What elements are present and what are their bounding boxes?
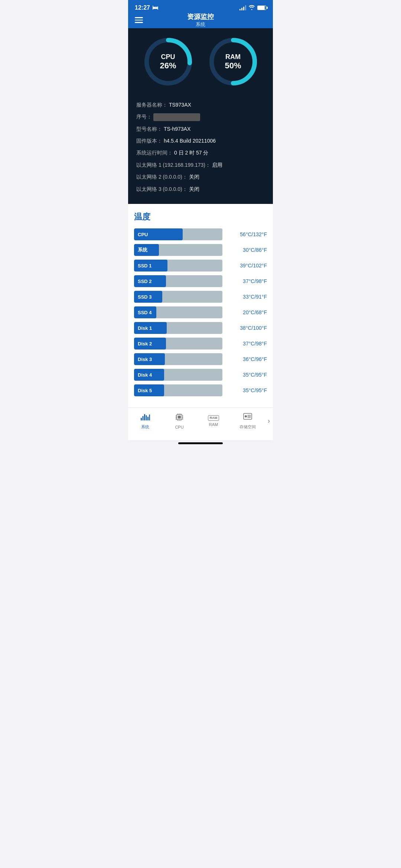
- temp-title: 温度: [134, 211, 267, 222]
- temp-bar-container: SSD 1: [134, 260, 222, 272]
- ram-text: RAM 50%: [225, 53, 241, 70]
- temp-value: 30°C/86°F: [226, 247, 267, 253]
- temp-value: 35°C/95°F: [226, 387, 267, 393]
- temp-row: CPU56°C/132°F: [134, 228, 267, 240]
- temp-value: 36°C/96°F: [226, 356, 267, 362]
- ram-box-icon: RAM: [208, 415, 219, 421]
- status-time: 12:27 🛏: [135, 4, 158, 11]
- tab-storage-label: 存储空间: [239, 424, 256, 430]
- serial-label: 序号：: [136, 114, 152, 120]
- temp-bar-label: SSD 1: [134, 260, 167, 272]
- cpu-text: CPU 26%: [160, 53, 176, 70]
- info-section: 服务器名称： TS973AX 序号： ████████████ 型号名称： TS…: [128, 99, 273, 204]
- temp-value: 37°C/98°F: [226, 341, 267, 347]
- eth2-row: 以太网络 2 (0.0.0.0)： 关闭: [136, 171, 265, 183]
- model-label: 型号名称：: [136, 126, 162, 132]
- temp-bar-container: SSD 4: [134, 306, 222, 318]
- uptime-label: 系统运行时间：: [136, 150, 173, 156]
- temp-row: 系统30°C/86°F: [134, 244, 267, 256]
- bedtime-icon: 🛏: [152, 4, 158, 11]
- temp-value: 35°C/95°F: [226, 372, 267, 378]
- temp-value: 56°C/132°F: [226, 231, 267, 237]
- svg-rect-11: [178, 416, 181, 419]
- svg-rect-5: [143, 416, 144, 420]
- temp-bar-label: 系统: [134, 244, 159, 256]
- temp-bar-container: CPU: [134, 228, 222, 240]
- temp-value: 39°C/102°F: [226, 263, 267, 269]
- temp-row: SSD 420°C/68°F: [134, 306, 267, 318]
- time-display: 12:27: [135, 4, 150, 11]
- gauges-section: CPU 26% RAM 50%: [128, 28, 273, 99]
- temp-bar-label: Disk 3: [134, 353, 165, 365]
- serial-row: 序号： ████████████: [136, 111, 265, 123]
- uptime-value: 0 日 2 时 57 分: [174, 150, 209, 156]
- firmware-row: 固件版本： h4.5.4 Build 20211006: [136, 135, 265, 147]
- cpu-label: CPU: [160, 53, 176, 61]
- svg-rect-8: [147, 417, 149, 420]
- server-name-value: TS973AX: [169, 102, 191, 108]
- temp-bar-container: Disk 2: [134, 338, 222, 350]
- model-value: TS-h973AX: [164, 126, 190, 132]
- temp-bar-label: SSD 4: [134, 306, 156, 318]
- temp-bar-container: 系统: [134, 244, 222, 256]
- system-icon: [140, 412, 150, 423]
- menu-button[interactable]: [135, 17, 143, 23]
- temp-rows-container: CPU56°C/132°F系统30°C/86°FSSD 139°C/102°FS…: [134, 228, 267, 396]
- signal-icon: [239, 5, 246, 10]
- svg-rect-7: [146, 415, 147, 420]
- status-icons: [239, 5, 266, 11]
- svg-rect-6: [144, 414, 145, 420]
- tab-cpu[interactable]: CPU: [162, 412, 196, 431]
- tab-ram[interactable]: RAM RAM: [196, 414, 231, 428]
- wifi-icon: [248, 5, 255, 11]
- temp-bar-container: Disk 1: [134, 322, 222, 334]
- serial-value: ████████████: [153, 113, 200, 121]
- ram-gauge: RAM 50%: [207, 36, 259, 88]
- temp-bar-container: Disk 3: [134, 353, 222, 365]
- tab-ram-label: RAM: [209, 422, 218, 427]
- temp-row: Disk 336°C/96°F: [134, 353, 267, 365]
- home-indicator: [178, 442, 223, 444]
- ram-tab-icon: RAM: [208, 415, 219, 421]
- temp-value: 33°C/91°F: [226, 294, 267, 300]
- eth3-label: 以太网络 3 (0.0.0.0)：: [136, 186, 188, 192]
- tab-more-chevron[interactable]: ›: [265, 417, 273, 425]
- svg-rect-4: [141, 418, 142, 420]
- cpu-gauge: CPU 26%: [142, 36, 194, 88]
- temp-bar-container: SSD 2: [134, 275, 222, 287]
- server-name-label: 服务器名称：: [136, 102, 167, 108]
- tab-system[interactable]: 系统: [128, 411, 162, 431]
- temp-bar-label: Disk 2: [134, 338, 166, 350]
- cpu-tab-icon: [175, 413, 184, 423]
- temp-section: 温度 CPU56°C/132°F系统30°C/86°FSSD 139°C/102…: [128, 204, 273, 407]
- temp-bar-label: SSD 3: [134, 291, 162, 303]
- temp-bar-container: SSD 3: [134, 291, 222, 303]
- eth3-value: 关闭: [189, 186, 199, 192]
- eth1-row: 以太网络 1 (192.168.199.173)： 启用: [136, 159, 265, 171]
- tab-system-label: 系统: [141, 424, 149, 430]
- nav-title: 资源监控 系统: [187, 12, 214, 28]
- temp-bar-label: SSD 2: [134, 275, 166, 287]
- temp-bar-label: CPU: [134, 228, 183, 240]
- eth1-label: 以太网络 1 (192.168.199.173)：: [136, 162, 211, 168]
- tab-storage[interactable]: 存储空间: [231, 411, 265, 431]
- firmware-value: h4.5.4 Build 20211006: [164, 138, 216, 144]
- nav-bar: 资源监控 系统: [128, 14, 273, 28]
- firmware-label: 固件版本：: [136, 138, 162, 144]
- eth2-label: 以太网络 2 (0.0.0.0)：: [136, 174, 188, 180]
- temp-row: Disk 435°C/95°F: [134, 369, 267, 381]
- temp-row: SSD 139°C/102°F: [134, 260, 267, 272]
- cpu-percent: 26%: [160, 61, 176, 70]
- nav-title-main: 资源监控: [187, 12, 214, 21]
- temp-row: SSD 237°C/98°F: [134, 275, 267, 287]
- temp-row: Disk 237°C/98°F: [134, 338, 267, 350]
- temp-bar-label: Disk 4: [134, 369, 164, 381]
- eth2-value: 关闭: [189, 174, 199, 180]
- tab-cpu-label: CPU: [175, 425, 183, 429]
- eth1-value: 启用: [212, 162, 222, 168]
- storage-tab-icon: [243, 412, 252, 423]
- model-row: 型号名称： TS-h973AX: [136, 123, 265, 135]
- temp-row: Disk 138°C/100°F: [134, 322, 267, 334]
- ram-label: RAM: [225, 53, 241, 61]
- battery-icon: [257, 6, 266, 10]
